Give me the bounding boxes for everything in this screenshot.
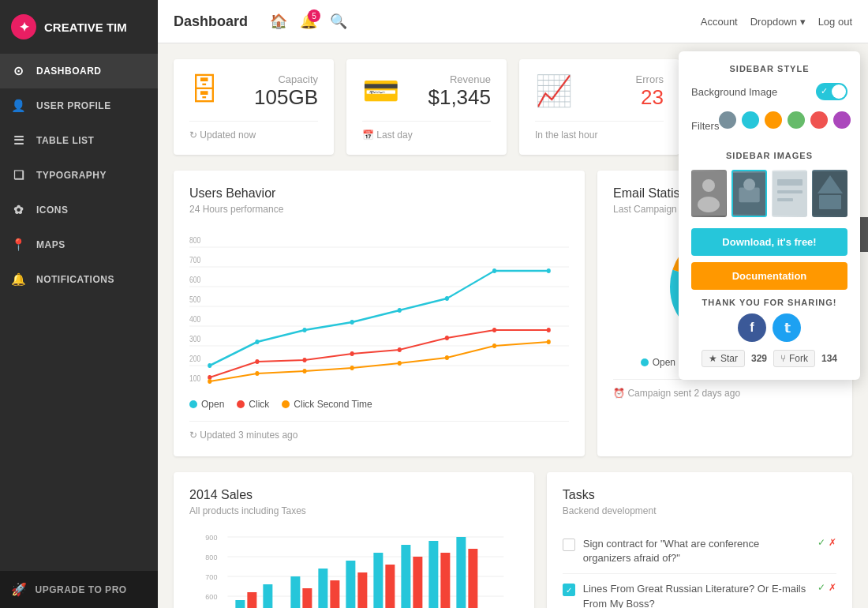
fork-button[interactable]: ⑂ Fork	[773, 350, 815, 367]
filter-dot-orange[interactable]	[765, 111, 782, 129]
stat-card-errors: 📈 Errors 23 In the last hour	[519, 59, 679, 155]
star-label: Star	[720, 353, 738, 364]
svg-rect-81	[456, 537, 466, 608]
filter-dot-purple[interactable]	[833, 111, 851, 129]
svg-rect-65	[235, 600, 245, 608]
svg-rect-91	[777, 190, 803, 193]
sales-card: 2014 Sales All products including Taxes …	[174, 472, 534, 608]
svg-point-84	[702, 179, 715, 192]
github-fork-icon: ⑂	[780, 353, 786, 364]
sidebar-item-label: NOTIFICATIONS	[36, 274, 114, 285]
revenue-footer: 📅 Last day	[362, 121, 491, 141]
sidebar-item-table-list[interactable]: ☰ TABLE LIST	[0, 123, 158, 158]
search-icon[interactable]: 🔍	[330, 13, 347, 30]
page-content: 🗄 Capacity 105GB ↻ Updated now 💳 Revenue…	[158, 43, 868, 608]
bg-image-toggle[interactable]: ✓	[816, 83, 847, 100]
svg-text:700: 700	[189, 256, 200, 265]
sidebar-images-title: SIDEBAR IMAGES	[691, 151, 847, 160]
home-icon[interactable]: 🏠	[270, 13, 287, 30]
svg-point-85	[698, 197, 720, 212]
task-delete-2[interactable]: ✗	[829, 582, 836, 593]
sidebar-item-dashboard[interactable]: ⊙ DASHBOARD	[0, 54, 158, 88]
docs-button[interactable]: Documentation	[691, 262, 847, 290]
sidebar-item-label: ICONS	[36, 205, 69, 216]
svg-point-32	[255, 371, 259, 376]
sidebar-item-typography[interactable]: ❏ TYPOGRAPHY	[0, 158, 158, 193]
dropdown-link[interactable]: Dropdown ▾	[750, 16, 806, 28]
account-link[interactable]: Account	[701, 16, 738, 28]
sidebar-item-label: USER PROFILE	[36, 100, 111, 111]
svg-point-31	[208, 379, 211, 384]
github-row: ★ Star 329 ⑂ Fork 134	[691, 350, 847, 367]
bottom-row: 2014 Sales All products including Taxes …	[174, 472, 852, 608]
svg-rect-88	[743, 178, 755, 190]
task-text-1: Sign contract for "What are conference o…	[583, 537, 810, 565]
sidebar-nav: ⊙ DASHBOARD 👤 USER PROFILE ☰ TABLE LIST …	[0, 54, 158, 571]
svg-point-26	[350, 351, 354, 356]
sidebar-item-label: TYPOGRAPHY	[36, 170, 107, 181]
twitter-button[interactable]: 𝕥	[773, 313, 801, 342]
svg-point-30	[547, 328, 551, 332]
svg-point-24	[255, 359, 259, 364]
svg-rect-90	[777, 179, 803, 186]
top-navbar: Dashboard 🏠 🔔 5 🔍 Account Dropdown ▾ Log…	[158, 0, 868, 43]
sidebar-item-user-profile[interactable]: 👤 USER PROFILE	[0, 88, 158, 123]
revenue-icon: 💳	[362, 73, 399, 108]
svg-rect-75	[373, 553, 383, 608]
svg-point-27	[398, 347, 402, 352]
sales-title: 2014 Sales	[189, 488, 518, 502]
sidebar-img-3[interactable]	[772, 170, 807, 217]
bar-chart-svg: 900 800 700 600 500 400	[189, 529, 518, 608]
download-button[interactable]: Download, it's free!	[691, 228, 847, 256]
task-edit-2[interactable]: ✓	[817, 582, 825, 593]
star-button[interactable]: ★ Star	[702, 350, 745, 367]
task-checkbox-1[interactable]	[563, 539, 575, 551]
svg-text:500: 500	[189, 295, 200, 304]
errors-footer: In the last hour	[535, 121, 664, 141]
typography-icon: ❏	[11, 168, 27, 182]
sidebar-img-4[interactable]	[812, 170, 847, 217]
filter-dot-cyan[interactable]	[742, 111, 759, 129]
social-row: f 𝕥	[691, 313, 847, 342]
filter-dot-green[interactable]	[788, 111, 805, 129]
tasks-title: Tasks	[563, 488, 836, 502]
task-checkbox-2[interactable]: ✓	[563, 584, 575, 596]
panel-title: SIDEBAR STYLE	[691, 64, 847, 73]
svg-rect-80	[440, 553, 450, 608]
svg-rect-74	[357, 572, 367, 608]
filter-dot-red[interactable]	[810, 111, 828, 129]
notifications-icon: 🔔	[11, 272, 27, 287]
sidebar-item-icons[interactable]: ✿ ICONS	[0, 193, 158, 227]
sidebar-item-maps[interactable]: 📍 MAPS	[0, 227, 158, 262]
task-edit-1[interactable]: ✓	[817, 537, 825, 548]
svg-rect-73	[346, 561, 355, 608]
sidebar-img-1[interactable]	[691, 170, 727, 217]
filters-label: Filters	[691, 120, 719, 132]
svg-text:800: 800	[189, 236, 200, 245]
sidebar-item-label: TABLE LIST	[36, 135, 94, 146]
sidebar-item-notifications[interactable]: 🔔 NOTIFICATIONS	[0, 262, 158, 297]
task-item-2: ✓ Lines From Great Russian Literature? O…	[563, 574, 836, 608]
capacity-label: Capacity	[254, 73, 318, 85]
svg-rect-77	[401, 545, 410, 608]
svg-point-20	[445, 296, 449, 301]
facebook-button[interactable]: f	[738, 313, 766, 342]
svg-text:300: 300	[189, 335, 200, 343]
svg-point-15	[208, 363, 211, 368]
table-icon: ☰	[11, 133, 27, 148]
errors-value: 23	[636, 85, 664, 110]
task-delete-1[interactable]: ✗	[829, 537, 836, 548]
svg-rect-70	[302, 588, 312, 608]
bell-icon[interactable]: 🔔 5	[300, 13, 317, 30]
filter-dot-gray[interactable]	[719, 111, 736, 129]
sidebar-logo: ✦ CREATIVE TIM	[0, 0, 158, 54]
sidebar-img-2[interactable]	[731, 170, 767, 217]
logout-link[interactable]: Log out	[818, 16, 852, 28]
bg-image-row: Background Image ✓	[691, 83, 847, 100]
svg-rect-82	[468, 549, 477, 608]
svg-rect-76	[385, 565, 395, 608]
svg-point-19	[398, 308, 402, 313]
main-area: Dashboard 🏠 🔔 5 🔍 Account Dropdown ▾ Log…	[158, 0, 868, 608]
line-chart-svg: 800 700 600 500 400 300 200 100	[189, 227, 569, 385]
upgrade-button[interactable]: 🚀 UPGRADE TO PRO	[0, 571, 158, 608]
